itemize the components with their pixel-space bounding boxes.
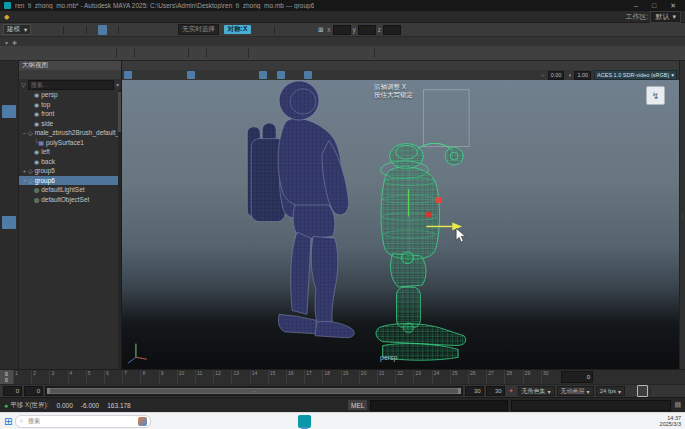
select-component-icon[interactable] [107, 25, 116, 35]
remesh-icon[interactable] [222, 47, 233, 59]
current-frame-field[interactable]: 0 [561, 371, 593, 383]
scale-tool-icon[interactable] [2, 133, 16, 146]
frame-tick[interactable]: 17 [304, 370, 322, 384]
chevron-down-icon[interactable]: ▾ [116, 81, 119, 88]
frame-tick[interactable]: 5 [86, 370, 104, 384]
separator[interactable] [134, 48, 135, 58]
group6[interactable]: + ◇ group6 [19, 176, 121, 186]
tool-settings-toggle-icon[interactable] [655, 25, 664, 35]
selected-mech-model[interactable] [376, 143, 466, 360]
profiler-icon[interactable] [673, 386, 682, 396]
search-news-thumbnail[interactable] [138, 417, 147, 426]
taskbar-terminal-icon[interactable] [282, 415, 295, 428]
frame-tick[interactable]: 23 [413, 370, 431, 384]
zoom-region-button[interactable] [2, 230, 16, 243]
frame-tick[interactable]: 19 [341, 370, 359, 384]
image-plane-icon[interactable] [160, 71, 168, 79]
frame-tick[interactable]: 20 [359, 370, 377, 384]
append-face-icon[interactable] [360, 47, 371, 59]
taskbar-wps-icon[interactable] [202, 415, 215, 428]
poly-torus-icon[interactable] [66, 47, 77, 59]
taskbar-messenger-icon[interactable] [266, 415, 279, 428]
script-editor-icon[interactable]: ▤ [674, 401, 681, 409]
expand-toggle-icon[interactable]: + [21, 177, 28, 183]
step-back-frame-button[interactable] [606, 371, 617, 383]
front[interactable]: ◉ front [19, 109, 121, 119]
frame-tick[interactable]: 21 [377, 370, 395, 384]
start-button[interactable]: ⊞ [4, 416, 12, 427]
modeling-toolkit-toggle-icon[interactable] [673, 25, 682, 35]
multi-cut-icon[interactable] [378, 47, 389, 59]
persp[interactable]: ◉ persp [19, 90, 121, 100]
playback-loop-icon[interactable] [627, 386, 636, 396]
go-to-start-button[interactable] [595, 371, 606, 383]
grid-toggle-icon[interactable] [187, 71, 195, 79]
textured-icon[interactable] [286, 71, 294, 79]
poly-plane-icon[interactable] [78, 47, 89, 59]
layout-single-pane-button[interactable] [2, 174, 16, 187]
taskbar-repair-tool-icon[interactable] [314, 415, 327, 428]
fill-hole-icon[interactable] [312, 47, 323, 59]
separator[interactable] [206, 48, 207, 58]
lock-camera-icon[interactable] [133, 71, 141, 79]
play-backwards-button[interactable] [628, 371, 639, 383]
frame-tick[interactable]: 29 [523, 370, 541, 384]
default-material-icon[interactable] [277, 71, 285, 79]
sweep-mesh-icon[interactable] [138, 47, 149, 59]
bridge-icon[interactable] [300, 47, 311, 59]
ipr-render-icon[interactable] [295, 25, 304, 35]
last-tool-icon[interactable] [2, 152, 16, 165]
snap-point-icon[interactable] [139, 25, 148, 35]
frame-tick[interactable]: 18 [322, 370, 340, 384]
current-frame-marker[interactable]: 0 0 [0, 370, 13, 384]
taskbar-maya-icon[interactable] [298, 415, 311, 428]
absolute-transform-icon[interactable]: ⊞ [316, 25, 325, 35]
anim-layer-select[interactable]: 无动画层 ▾ [557, 386, 594, 396]
right-dock-strip[interactable]: ⋮ [679, 61, 685, 369]
select-object-icon[interactable] [98, 25, 107, 35]
frame-tick[interactable]: 26 [468, 370, 486, 384]
step-forward-key-button[interactable] [650, 371, 661, 383]
set-key-icon[interactable]: ✦ [507, 386, 516, 396]
play-forward-button[interactable] [639, 371, 650, 383]
frame-tick[interactable]: 27 [486, 370, 504, 384]
separator[interactable] [118, 26, 119, 34]
separator[interactable] [188, 48, 189, 58]
filter-icon[interactable]: ▽ [21, 81, 26, 88]
field-chart-icon[interactable] [223, 71, 231, 79]
taskbar-search-app-icon[interactable] [234, 415, 247, 428]
fps-select[interactable]: 24 fps ▾ [596, 386, 625, 396]
range-end-handle[interactable] [458, 388, 461, 394]
frame-tick[interactable]: 22 [395, 370, 413, 384]
exposure-icon[interactable]: ☼ [539, 71, 547, 79]
redo-icon[interactable] [75, 25, 84, 35]
snap-live-icon[interactable] [157, 25, 166, 35]
separator[interactable] [374, 48, 375, 58]
close-button[interactable]: ✕ [665, 2, 681, 10]
render-frame-icon[interactable] [286, 25, 295, 35]
frame-tick[interactable]: 15 [268, 370, 286, 384]
film-gate-icon[interactable] [196, 71, 204, 79]
symmetry-field[interactable]: 对称:X [224, 25, 252, 34]
snap-grid-icon[interactable] [121, 25, 130, 35]
layout-two-pane-button[interactable] [2, 202, 16, 215]
frame-tick[interactable]: 28 [504, 370, 522, 384]
isolate-select-icon[interactable] [331, 71, 339, 79]
mel-label[interactable]: MEL [348, 400, 367, 410]
scrollbar-thumb[interactable] [118, 92, 121, 132]
expand-toggle-icon[interactable]: − [21, 130, 28, 136]
snap-center-icon[interactable] [166, 25, 175, 35]
go-to-end-button[interactable] [672, 371, 683, 383]
render-settings-icon[interactable] [304, 25, 313, 35]
motion-blur-icon[interactable] [322, 71, 330, 79]
offset-edge-loop-icon[interactable] [402, 47, 413, 59]
svg-tool-icon[interactable] [174, 47, 185, 59]
open-scene-icon[interactable] [43, 25, 52, 35]
save-scene-icon[interactable] [52, 25, 61, 35]
viewport-canvas[interactable]: 沿轴调整 X 按住大写锁定 ↯ persp [122, 80, 679, 369]
group5[interactable]: + ◇ group5 [19, 166, 121, 176]
defaultObjectSet[interactable]: ◍ defaultObjectSet [19, 195, 121, 205]
frame-tick[interactable]: 1 [13, 370, 31, 384]
frame-tick[interactable]: 13 [231, 370, 249, 384]
2d-pan-zoom-icon[interactable] [169, 71, 177, 79]
